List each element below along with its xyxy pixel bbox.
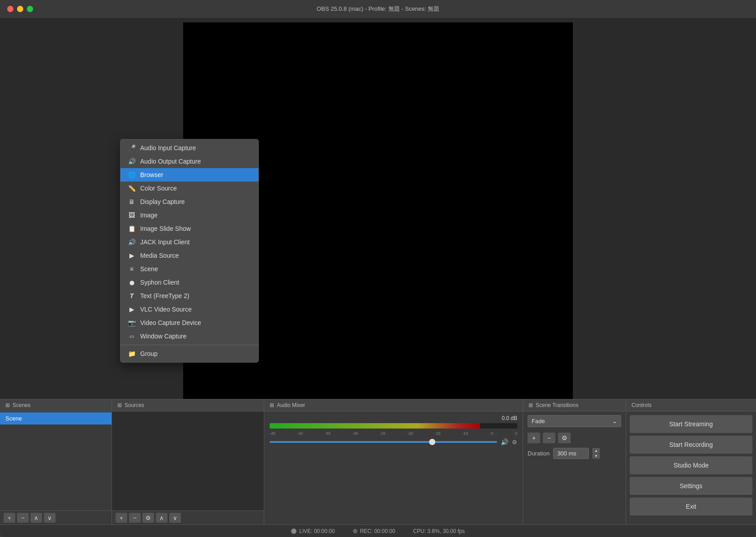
duration-spinner: ▲ ▼ bbox=[593, 448, 600, 459]
menu-item-image[interactable]: 🖼 Image bbox=[120, 208, 258, 222]
menu-item-media-source[interactable]: ▶ Media Source bbox=[120, 249, 258, 262]
syphon-icon: ⬤ bbox=[128, 280, 136, 285]
transitions-icon: ⊞ bbox=[528, 402, 533, 408]
status-bar: LIVE: 00:00:00 REC: 00:00:00 CPU: 3.8%, … bbox=[0, 524, 756, 537]
volume-slider[interactable] bbox=[270, 441, 497, 443]
slideshow-icon: 📋 bbox=[128, 225, 136, 232]
scene-transitions-header: ⊞ Scene Transitions bbox=[523, 399, 626, 411]
controls-label: Controls bbox=[631, 402, 652, 408]
menu-item-text-freetype2[interactable]: T Text (FreeType 2) bbox=[120, 289, 258, 303]
audio-meter bbox=[270, 423, 517, 429]
menu-item-jack-input-client[interactable]: 🔊 JACK Input Client bbox=[120, 235, 258, 249]
menu-item-window-capture[interactable]: ▭ Window Capture bbox=[120, 329, 258, 343]
studio-mode-button[interactable]: Studio Mode bbox=[630, 456, 752, 474]
move-source-up-button[interactable]: ∧ bbox=[156, 513, 168, 523]
scenes-icon: ⊞ bbox=[5, 402, 10, 408]
remove-source-button[interactable]: − bbox=[129, 513, 141, 523]
duration-increase-button[interactable]: ▲ bbox=[593, 448, 600, 453]
menu-item-audio-input-capture[interactable]: 🎤 Audio Input Capture bbox=[120, 141, 258, 155]
source-settings-button[interactable]: ⚙ bbox=[142, 513, 154, 523]
controls-header: Controls bbox=[626, 399, 756, 411]
menu-item-video-capture-device[interactable]: 📷 Video Capture Device bbox=[120, 316, 258, 329]
menu-item-audio-output-capture[interactable]: 🔊 Audio Output Capture bbox=[120, 155, 258, 168]
audio-settings-button[interactable]: ⚙ bbox=[512, 439, 517, 446]
globe-icon: 🌐 bbox=[128, 171, 136, 178]
mute-button[interactable]: 🔊 bbox=[501, 438, 508, 446]
transition-dropdown[interactable]: Fade ⌄ bbox=[528, 415, 621, 427]
audio-controls: 🔊 ⚙ bbox=[270, 438, 517, 446]
minimize-button[interactable] bbox=[17, 6, 23, 12]
audio-mixer-label: Audio Mixer bbox=[277, 402, 305, 408]
duration-input[interactable]: 300 ms bbox=[553, 448, 589, 459]
window-icon: ▭ bbox=[128, 333, 136, 339]
menu-item-browser[interactable]: 🌐 Browser bbox=[120, 168, 258, 182]
start-streaming-button[interactable]: Start Streaming bbox=[630, 415, 752, 433]
scenes-panel-header: ⊞ Scenes bbox=[0, 399, 112, 411]
sources-panel: ⊞ Sources + − ⚙ ∧ ∨ bbox=[112, 399, 264, 524]
rec-time: REC: 00:00:00 bbox=[360, 528, 395, 534]
move-scene-up-button[interactable]: ∧ bbox=[30, 513, 42, 523]
duration-label: Duration bbox=[528, 450, 550, 457]
close-button[interactable] bbox=[7, 6, 13, 12]
chevron-down-icon: ⌄ bbox=[612, 418, 617, 424]
duration-row: Duration 300 ms ▲ ▼ bbox=[523, 445, 626, 462]
menu-item-scene[interactable]: ≡ Scene bbox=[120, 262, 258, 276]
exit-button[interactable]: Exit bbox=[630, 498, 752, 515]
remove-scene-button[interactable]: − bbox=[17, 513, 29, 523]
image-icon: 🖼 bbox=[128, 212, 136, 219]
audio-mixer-header: ⊞ Audio Mixer bbox=[264, 399, 523, 411]
scene-item-scene[interactable]: Scene bbox=[0, 412, 112, 424]
audio-mixer-panel: ⊞ Audio Mixer 0.0 dB -45 -40 -35 -30 -25… bbox=[264, 399, 523, 524]
scene-transitions-panel: ⊞ Scene Transitions Fade ⌄ + − ⚙ Duratio… bbox=[523, 399, 626, 524]
add-scene-button[interactable]: + bbox=[4, 513, 15, 523]
add-transition-button[interactable]: + bbox=[528, 433, 540, 443]
scenes-label: Scenes bbox=[13, 402, 30, 408]
audio-meter-bar bbox=[270, 423, 480, 429]
menu-item-display-capture[interactable]: 🖥 Display Capture bbox=[120, 195, 258, 208]
move-scene-down-button[interactable]: ∨ bbox=[44, 513, 56, 523]
speaker-icon: 🔊 bbox=[128, 158, 136, 165]
menu-item-group[interactable]: 📁 Group bbox=[120, 347, 258, 360]
menu-item-image-slide-show[interactable]: 📋 Image Slide Show bbox=[120, 222, 258, 235]
scenes-list: Scene bbox=[0, 411, 112, 511]
scene-transitions-label: Scene Transitions bbox=[536, 402, 578, 408]
scenes-panel: ⊞ Scenes Scene + − ∧ ∨ bbox=[0, 399, 112, 524]
paint-icon: ✏️ bbox=[128, 185, 136, 192]
audio-meter-labels: -45 -40 -35 -30 -25 -20 -15 -10 -5 0 bbox=[270, 431, 517, 436]
remove-transition-button[interactable]: − bbox=[543, 433, 555, 443]
window-title: OBS 25.0.8 (mac) - Profile: 無題 - Scenes:… bbox=[317, 5, 439, 13]
folder-icon: 📁 bbox=[128, 350, 136, 357]
preview-area: 🎤 Audio Input Capture 🔊 Audio Output Cap… bbox=[0, 18, 756, 399]
sources-list bbox=[112, 411, 264, 511]
live-status: LIVE: 00:00:00 bbox=[291, 528, 335, 534]
settings-button[interactable]: Settings bbox=[630, 477, 752, 495]
rec-status: REC: 00:00:00 bbox=[353, 528, 395, 534]
menu-item-vlc-video-source[interactable]: ▶ VLC Video Source bbox=[120, 303, 258, 316]
sources-toolbar: + − ⚙ ∧ ∨ bbox=[112, 511, 264, 524]
maximize-button[interactable] bbox=[27, 6, 33, 12]
context-menu: 🎤 Audio Input Capture 🔊 Audio Output Cap… bbox=[120, 139, 259, 363]
rec-indicator bbox=[353, 529, 357, 533]
bottom-panels: ⊞ Scenes Scene + − ∧ ∨ ⊞ Sources bbox=[0, 399, 756, 524]
main-container: 🎤 Audio Input Capture 🔊 Audio Output Cap… bbox=[0, 18, 756, 537]
titlebar: OBS 25.0.8 (mac) - Profile: 無題 - Scenes:… bbox=[0, 0, 756, 18]
camera-icon: 📷 bbox=[128, 319, 136, 326]
audio-mixer-icon: ⊞ bbox=[270, 402, 274, 408]
volume-knob bbox=[429, 439, 435, 445]
menu-item-syphon-client[interactable]: ⬤ Syphon Client bbox=[120, 276, 258, 289]
move-source-down-button[interactable]: ∨ bbox=[169, 513, 181, 523]
controls-list: Start Streaming Start Recording Studio M… bbox=[626, 411, 756, 519]
cpu-info: CPU: 3.8%, 30.00 fps bbox=[413, 528, 464, 534]
add-source-button[interactable]: + bbox=[116, 513, 127, 523]
controls-panel: Controls Start Streaming Start Recording… bbox=[626, 399, 756, 524]
duration-decrease-button[interactable]: ▼ bbox=[593, 454, 600, 459]
text-icon: T bbox=[128, 292, 136, 299]
start-recording-button[interactable]: Start Recording bbox=[630, 436, 752, 454]
scenes-toolbar: + − ∧ ∨ bbox=[0, 511, 112, 524]
sources-icon: ⊞ bbox=[117, 402, 122, 408]
vlc-icon: ▶ bbox=[128, 306, 136, 313]
transition-settings-button[interactable]: ⚙ bbox=[558, 433, 571, 443]
window-controls bbox=[7, 6, 33, 12]
menu-item-color-source[interactable]: ✏️ Color Source bbox=[120, 182, 258, 195]
scene-icon: ≡ bbox=[128, 265, 136, 273]
